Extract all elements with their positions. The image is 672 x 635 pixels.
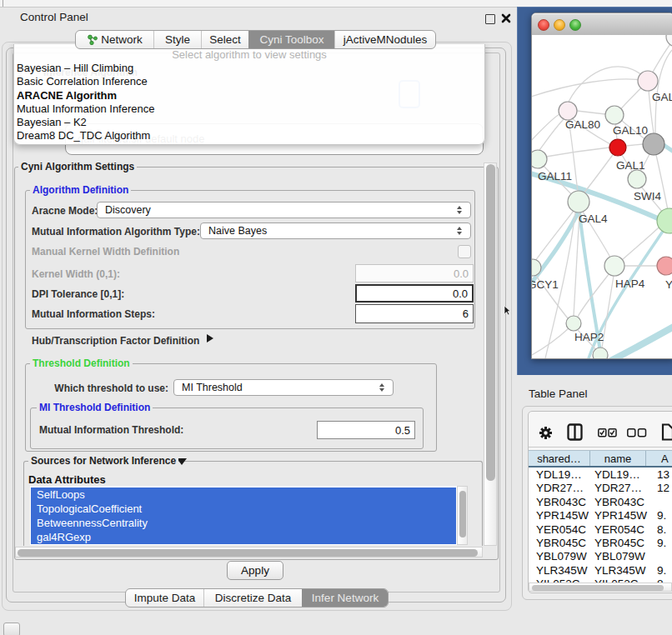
split-column-icon[interactable] xyxy=(567,423,583,441)
mouse-cursor xyxy=(504,306,512,316)
hub-expand-icon[interactable] xyxy=(207,334,213,342)
mi-steps-label: Mutual Information Steps: xyxy=(32,308,155,320)
network-node[interactable] xyxy=(605,106,624,124)
network-node[interactable] xyxy=(609,139,626,156)
bottom-tabs: Impute Data Discretize Data Infer Networ… xyxy=(125,588,389,608)
unchecked-boxes-icon[interactable] xyxy=(627,428,647,438)
close-icon[interactable] xyxy=(501,13,511,23)
network-node-label: GAL xyxy=(652,91,672,103)
algorithm-option[interactable]: Bayesian – Hill Climbing xyxy=(17,62,482,75)
algorithm-option[interactable]: Basic Correlation Inference xyxy=(17,75,482,88)
network-node-label: GAL11 xyxy=(538,170,572,182)
mi-type-label: Mutual Information Algorithm Type: xyxy=(32,226,200,238)
mi-steps-input[interactable]: 6 xyxy=(355,304,474,323)
table-row[interactable]: YLR345WYLR345W9. xyxy=(529,563,672,577)
data-attribute-item[interactable]: gal4RGexp xyxy=(31,530,456,544)
tab-discretize-data[interactable]: Discretize Data xyxy=(203,589,302,607)
algorithm-popup-hint: Select algorithm to view settings xyxy=(14,48,484,61)
table-row[interactable]: YBR045CYBR045C9. xyxy=(529,536,672,549)
attribute-list-scrollbar[interactable] xyxy=(457,486,468,545)
close-traffic-light[interactable] xyxy=(538,19,549,31)
settings-vertical-scrollbar[interactable] xyxy=(484,162,497,546)
screen: Control Panel Inference Algorithm galFil… xyxy=(0,0,672,635)
zoom-traffic-light[interactable] xyxy=(569,19,581,31)
network-node[interactable] xyxy=(532,150,547,168)
network-window-titlebar[interactable] xyxy=(532,13,672,36)
tab-impute-data[interactable]: Impute Data xyxy=(126,589,203,607)
network-node-label: HAP2 xyxy=(574,331,604,343)
tab-jactivemnodules[interactable]: jActiveMNodules xyxy=(334,31,435,48)
mi-threshold-value: 0.5 xyxy=(395,424,410,437)
algorithm-option[interactable]: Mutual Information Inference xyxy=(17,102,482,116)
tab-infer-network[interactable]: Infer Network xyxy=(302,589,388,607)
document-icon[interactable] xyxy=(661,423,672,441)
algorithm-popup: Select algorithm to view settings Bayesi… xyxy=(13,44,485,145)
network-node[interactable] xyxy=(657,208,672,233)
aracne-mode-combo[interactable]: Discovery xyxy=(97,202,471,218)
dpi-tolerance-input[interactable]: 0.0 xyxy=(355,284,474,302)
network-window[interactable]: GALGAL80GAL10GAL1GAL11SWI4GAL4GCY1HAP4YH… xyxy=(531,12,672,359)
mi-type-value: Naive Bayes xyxy=(208,225,267,237)
data-attribute-item[interactable]: BetweennessCentrality xyxy=(31,516,456,530)
network-node[interactable] xyxy=(638,71,658,91)
tab-network-label: Network xyxy=(101,33,143,46)
control-panel-tabs: Network Style Select Cyni Toolbox jActiv… xyxy=(75,30,436,49)
panel-corner-button[interactable] xyxy=(3,622,20,635)
tab-infer-network-label: Infer Network xyxy=(312,592,379,604)
hub-definition-label: Hub/Transcription Factor Definition xyxy=(32,335,199,347)
tab-network[interactable]: Network xyxy=(76,31,153,48)
network-node-label: HAP4 xyxy=(615,278,645,290)
dpi-tolerance-value: 0.0 xyxy=(453,288,468,300)
algorithm-option[interactable]: ARACNE Algorithm xyxy=(17,89,482,102)
spinner-icon xyxy=(457,226,463,236)
checked-boxes-icon[interactable] xyxy=(598,428,617,438)
network-node[interactable] xyxy=(628,170,646,188)
algorithm-list: Bayesian – Hill ClimbingBasic Correlatio… xyxy=(17,62,482,143)
control-panel-titlebar[interactable]: Control Panel xyxy=(0,8,517,28)
kernel-width-input[interactable]: 0.0 xyxy=(355,264,474,282)
float-icon[interactable] xyxy=(485,14,495,24)
table-row[interactable]: YBL079WYBL079W xyxy=(529,549,672,562)
attribute-list: SelfLoopsTopologicalCoefficientBetweenne… xyxy=(30,486,468,545)
tab-cyni-toolbox-label: Cyni Toolbox xyxy=(259,33,323,46)
control-panel-title: Control Panel xyxy=(20,11,88,23)
table-row[interactable]: YBR043CYBR043C xyxy=(529,495,672,508)
tab-style[interactable]: Style xyxy=(153,31,201,48)
table-row[interactable]: YPR145WYPR145W9. xyxy=(529,508,672,522)
table-row[interactable]: YDL19…YDL19…13 xyxy=(529,468,672,481)
minimize-traffic-light[interactable] xyxy=(554,19,565,31)
column-header-name[interactable]: name xyxy=(590,451,646,467)
network-node[interactable] xyxy=(568,191,589,212)
mi-type-combo[interactable]: Naive Bayes xyxy=(200,222,471,239)
network-node[interactable] xyxy=(593,348,608,358)
network-node[interactable] xyxy=(604,256,624,276)
data-attribute-item[interactable]: SelfLoops xyxy=(31,488,456,502)
network-node-label: GAL80 xyxy=(565,118,600,131)
table-horizontal-scrollbar[interactable] xyxy=(529,582,672,592)
apply-button-label: Apply xyxy=(241,564,269,577)
table-row[interactable]: YER054CYER054C8. xyxy=(529,522,672,536)
column-header-shared-name[interactable]: shared… xyxy=(529,451,590,467)
data-attribute-item[interactable]: TopologicalCoefficient xyxy=(31,502,456,516)
mi-steps-value: 6 xyxy=(463,308,469,320)
top-strip-divider xyxy=(3,0,3,7)
apply-button[interactable]: Apply xyxy=(227,561,283,580)
network-node[interactable] xyxy=(566,316,581,331)
tab-jactivemnodules-label: jActiveMNodules xyxy=(344,33,428,46)
table-row[interactable]: YDR27…YDR27…12 xyxy=(529,481,672,494)
settings-horizontal-scrollbar[interactable] xyxy=(15,547,483,558)
algorithm-option[interactable]: Dream8 DC_TDC Algorithm xyxy=(17,129,482,142)
tab-cyni-toolbox[interactable]: Cyni Toolbox xyxy=(248,31,334,48)
table-body: YDL19…YDL19…13YDR27…YDR27…12YBR043CYBR04… xyxy=(529,468,672,590)
network-canvas[interactable]: GALGAL80GAL10GAL1GAL11SWI4GAL4GCY1HAP4YH… xyxy=(532,35,672,358)
tab-select-label: Select xyxy=(209,33,241,46)
mi-threshold-input[interactable]: 0.5 xyxy=(317,421,415,439)
tab-select[interactable]: Select xyxy=(201,31,248,48)
network-node[interactable] xyxy=(657,257,672,275)
algorithm-option[interactable]: Bayesian – K2 xyxy=(17,116,482,129)
network-node[interactable] xyxy=(559,102,577,120)
gear-icon[interactable] xyxy=(539,426,553,440)
manual-kernel-checkbox[interactable] xyxy=(458,245,471,258)
which-threshold-combo[interactable]: MI Threshold xyxy=(173,379,394,396)
column-header-partial[interactable]: A xyxy=(646,451,672,467)
